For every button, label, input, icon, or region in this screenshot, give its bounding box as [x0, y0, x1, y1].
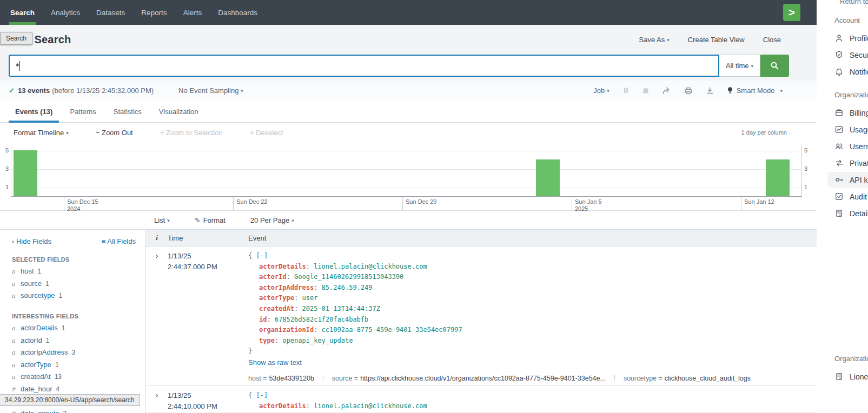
close-button[interactable]: Close — [763, 36, 781, 44]
deselect-button[interactable]: × Deselect — [250, 129, 283, 137]
timeline-bar-fri-dec-13-2024[interactable] — [14, 150, 37, 196]
field-item-source[interactable]: asource1 — [12, 279, 145, 288]
meta-value[interactable]: clickhouse_cloud_audit_logs — [665, 375, 751, 382]
tab-statistics[interactable]: Statistics — [107, 101, 148, 122]
meta-value[interactable]: https://api.clickhouse.cloud/v1/organiza… — [360, 375, 606, 382]
field-item-sourcetype[interactable]: asourcetype1 — [12, 291, 145, 300]
list-view-label: List — [154, 216, 165, 224]
json-value[interactable]: openapi_key_update — [282, 337, 353, 344]
json-key[interactable]: actorType — [259, 294, 294, 302]
timeline-bar-mon-jan-13-2025[interactable] — [766, 159, 790, 196]
download-icon[interactable] — [706, 86, 714, 95]
all-fields-link[interactable]: ≡ All Fields — [102, 237, 136, 245]
show-raw-text-link[interactable]: Show as raw text — [248, 358, 302, 367]
hide-fields-link[interactable]: ‹ Hide Fields — [12, 237, 51, 245]
smart-mode-label: Smart Mode — [737, 86, 775, 95]
field-name[interactable]: source — [21, 279, 42, 288]
save-as-button[interactable]: Save As▾ — [639, 36, 669, 44]
json-value[interactable]: user — [302, 294, 317, 302]
field-name[interactable]: actorType — [21, 361, 51, 369]
json-value[interactable]: Google_114602629918513043390 — [294, 273, 403, 281]
json-value[interactable]: 85.246.59.249 — [322, 284, 373, 291]
nav-item-dashboards[interactable]: Dashboards — [210, 0, 266, 25]
event-json: { [-]actorDetails: lionel.palacin@clickh… — [248, 251, 817, 357]
field-name[interactable]: sourcetype — [21, 291, 55, 299]
field-item-actorid[interactable]: aactorId1 — [12, 336, 145, 345]
zoom-out-button[interactable]: − Zoom Out — [96, 129, 133, 137]
expand-chevron-icon[interactable]: › — [146, 251, 168, 385]
tab-patterns[interactable]: Patterns — [63, 101, 102, 122]
time-range-picker[interactable]: All time ▾ — [719, 55, 760, 77]
timeline-bar-fri-jan-3-2025[interactable] — [536, 159, 560, 196]
nav-item-analytics[interactable]: Analytics — [43, 0, 88, 25]
json-key[interactable]: organizationId — [259, 326, 314, 334]
json-key[interactable]: actorIpAddress — [259, 284, 314, 291]
create-table-view-button[interactable]: Create Table View — [688, 36, 745, 44]
list-view-dropdown[interactable]: List▾ — [154, 216, 170, 224]
field-item-createdat[interactable]: acreatedAt13 — [12, 372, 145, 381]
json-key[interactable]: id — [259, 316, 267, 323]
tab-events-13[interactable]: Events (13) — [9, 101, 59, 122]
json-collapse-toggle[interactable]: [-] — [256, 391, 268, 399]
field-name[interactable]: actorId — [21, 336, 42, 344]
json-key[interactable]: actorDetails — [259, 263, 306, 270]
nav-item-datasets[interactable]: Datasets — [88, 0, 133, 25]
settings-item-details[interactable]: Details — [817, 205, 868, 222]
stop-icon[interactable] — [642, 88, 649, 94]
zoom-to-selection-button[interactable]: + Zoom to Selection — [160, 129, 223, 137]
json-value[interactable]: 678526d582c1f20fac4babfb — [275, 316, 368, 323]
json-value[interactable]: cc1092aa-8775-459e-9401-33e54ec07997 — [322, 326, 462, 334]
field-name[interactable]: date_minute — [21, 409, 59, 413]
json-key[interactable]: actorId — [259, 273, 287, 281]
json-value[interactable]: lionel.palacin@clickhouse.com — [314, 402, 427, 410]
event-sampling-dropdown[interactable]: No Event Sampling▾ — [178, 86, 243, 95]
json-key[interactable]: createdAt — [259, 305, 294, 312]
settings-item-api-keys[interactable]: API keys — [817, 171, 868, 188]
field-item-date-hour[interactable]: #date_hour4 — [12, 385, 145, 394]
job-menu[interactable]: Job▾ — [593, 86, 609, 95]
settings-item-users[interactable]: Users — [817, 138, 868, 155]
json-key[interactable]: actorDetails — [259, 402, 306, 410]
format-button[interactable]: ✎Format — [195, 216, 226, 224]
search-button[interactable] — [760, 55, 789, 77]
field-name[interactable]: host — [21, 267, 34, 275]
settings-item-billing[interactable]: Billing — [817, 104, 868, 121]
nav-item-alerts[interactable]: Alerts — [175, 0, 210, 25]
settings-item-lionel[interactable]: Lionel — [817, 368, 868, 385]
field-item-actordetails[interactable]: aactorDetails1 — [12, 324, 145, 332]
json-collapse-toggle[interactable]: [-] — [256, 252, 268, 259]
settings-item-usage[interactable]: Usage — [817, 121, 868, 138]
json-field-createdat: createdAt: 2025-01-13T14:44:37Z — [248, 304, 817, 315]
field-count: 1 — [62, 324, 65, 332]
pause-icon[interactable] — [622, 87, 630, 94]
splunk-logo[interactable]: > — [783, 4, 800, 21]
smart-mode-toggle[interactable]: Smart Mode ▾ — [727, 86, 783, 95]
format-timeline-dropdown[interactable]: Format Timeline▾ — [14, 129, 69, 137]
per-page-dropdown[interactable]: 20 Per Page▾ — [250, 216, 294, 224]
settings-item-notifications[interactable]: Notifications — [817, 63, 868, 80]
field-item-actortype[interactable]: aactorType1 — [12, 361, 145, 369]
settings-item-profile[interactable]: Profile — [817, 30, 868, 46]
json-value[interactable]: lionel.palacin@clickhouse.com — [314, 263, 427, 270]
field-name[interactable]: actorDetails — [21, 324, 58, 332]
return-to-link[interactable]: Return to — [840, 0, 868, 5]
json-value[interactable]: 2025-01-13T14:44:37Z — [302, 305, 380, 312]
field-item-actoripaddress[interactable]: aactorIpAddress3 — [12, 348, 145, 357]
tab-visualization[interactable]: Visualization — [153, 101, 205, 122]
print-icon[interactable] — [684, 86, 693, 95]
field-item-host[interactable]: ahost1 — [12, 267, 145, 276]
expand-chevron-icon[interactable]: › — [146, 390, 168, 412]
field-item-date-minute[interactable]: #date_minute2 — [12, 409, 145, 413]
share-icon[interactable] — [662, 86, 671, 95]
nav-item-reports[interactable]: Reports — [133, 0, 175, 25]
settings-item-security[interactable]: Security — [817, 46, 868, 63]
settings-item-audit[interactable]: Audit — [817, 188, 868, 205]
settings-item-private-endpoints[interactable]: Private endpoints — [817, 155, 868, 171]
meta-value[interactable]: 53de4339120b — [269, 375, 314, 382]
search-input[interactable]: * — [9, 55, 719, 77]
field-name[interactable]: actorIpAddress — [21, 348, 68, 356]
json-key[interactable]: type — [259, 337, 275, 344]
nav-item-search[interactable]: Search — [2, 0, 43, 25]
field-name[interactable]: createdAt — [21, 372, 51, 381]
field-name[interactable]: date_hour — [21, 385, 52, 393]
